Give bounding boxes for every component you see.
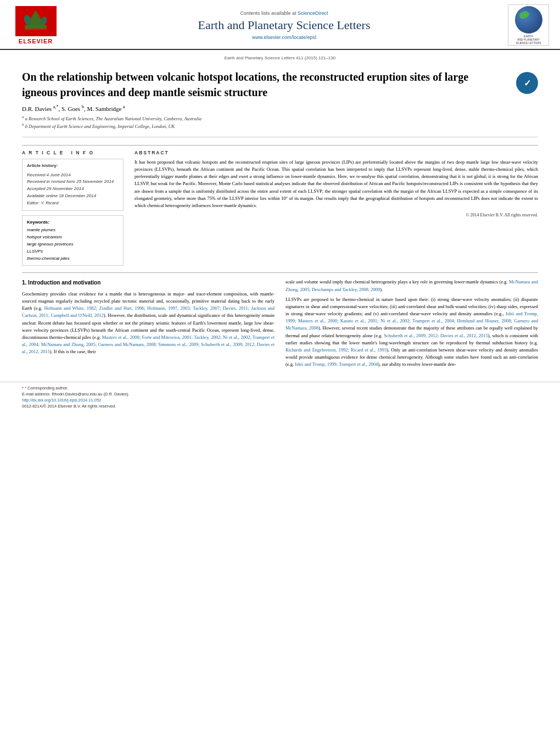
journal-title: Earth and Planetary Science Letters — [71, 18, 497, 32]
footnote-email: E-mail address: Rhodri.Davies@anu.edu.au… — [22, 392, 538, 397]
crossmark-badge: ✓ — [516, 72, 538, 94]
copyright: © 2014 Elsevier B.V. All rights reserved… — [135, 213, 538, 217]
authors: D.R. Davies a,*, S. Goes b, M. Sambridge… — [22, 104, 516, 112]
journal-header: ELSEVIER Contents lists available at Sci… — [0, 0, 560, 50]
section1-heading: 1. Introduction and motivation — [22, 278, 275, 287]
article-info-abstract: A R T I C L E I N F O Article history: R… — [22, 145, 538, 266]
article-title: On the relationship between volcanic hot… — [22, 69, 516, 100]
article-history-block: Article history: Received 4 June 2014 Re… — [22, 159, 124, 211]
article-history-title: Article history: — [27, 163, 119, 170]
journal-logo: EARTHAND PLANETARYSCIENCE LETTERS — [508, 4, 549, 46]
affiliations: a a Research School of Earth Sciences, T… — [22, 114, 516, 130]
svg-text:✓: ✓ — [524, 79, 531, 88]
article-info-label: A R T I C L E I N F O — [22, 150, 124, 155]
page: ELSEVIER Contents lists available at Sci… — [0, 0, 560, 742]
earth-logo-text: EARTHAND PLANETARYSCIENCE LETTERS — [516, 35, 541, 44]
article-title-section: On the relationship between volcanic hot… — [22, 63, 538, 137]
available-online: Available online 18 December 2014 — [27, 193, 119, 200]
received-date: Received 4 June 2014 — [27, 172, 119, 179]
earth-globe-icon — [515, 6, 542, 34]
footer-issn: 0012-821X/© 2014 Elsevier B.V. All right… — [22, 404, 538, 409]
abstract-text: It has been proposed that volcanic hotsp… — [135, 159, 538, 209]
keyword-1: mantle plumes — [27, 227, 119, 234]
sciencedirect-label: Contents lists available at ScienceDirec… — [71, 10, 497, 16]
keyword-3: large igneous provinces — [27, 241, 119, 248]
footnote-corresponding: * * Corresponding author. — [22, 386, 538, 390]
article-info-col: A R T I C L E I N F O Article history: R… — [22, 150, 124, 266]
body-col-right: scale and volume would imply that chemic… — [285, 278, 538, 371]
keyword-5: thermo-chemical piles — [27, 255, 119, 263]
footer-doi[interactable]: http://dx.doi.org/10.1016/j.epsl.2014.11… — [22, 398, 538, 403]
accepted-date: Accepted 29 November 2014 — [27, 186, 119, 193]
header-center: Contents lists available at ScienceDirec… — [60, 10, 508, 40]
body-col-right-p1: scale and volume would imply that chemic… — [285, 278, 538, 293]
received-revised: Received in revised form 25 November 201… — [27, 178, 119, 186]
journal-url[interactable]: www.elsevier.com/locate/epsl — [71, 35, 497, 40]
elsevier-logo: ELSEVIER — [11, 6, 60, 44]
body-col-left: 1. Introduction and motivation Geochemis… — [22, 278, 275, 371]
keywords-block: Keywords: mantle plumes hotspot volcanis… — [22, 215, 124, 266]
sciencedirect-link[interactable]: ScienceDirect — [298, 10, 328, 16]
body-col-left-p1: Geochemistry provides clear evidence for… — [22, 291, 275, 356]
editor: Editor: Y. Ricard — [27, 200, 119, 207]
section-divider — [22, 272, 538, 273]
keyword-4: LLSVPs — [27, 248, 119, 255]
article-footer: * * Corresponding author. E-mail address… — [0, 382, 560, 413]
abstract-label: Abstract — [135, 150, 538, 155]
elsevier-name: ELSEVIER — [19, 38, 53, 44]
elsevier-logo-image — [15, 6, 57, 36]
body-col-right-p2: LLSVPs are proposed to be thermo-chemica… — [285, 296, 538, 369]
body-content: 1. Introduction and motivation Geochemis… — [22, 278, 538, 371]
keyword-2: hotspot volcanism — [27, 234, 119, 241]
abstract-col: Abstract It has been proposed that volca… — [135, 150, 538, 266]
journal-issue: Earth and Planetary Science Letters 411 … — [22, 55, 538, 60]
article-area: Earth and Planetary Science Letters 411 … — [0, 50, 560, 382]
keywords-title: Keywords: — [27, 219, 119, 226]
